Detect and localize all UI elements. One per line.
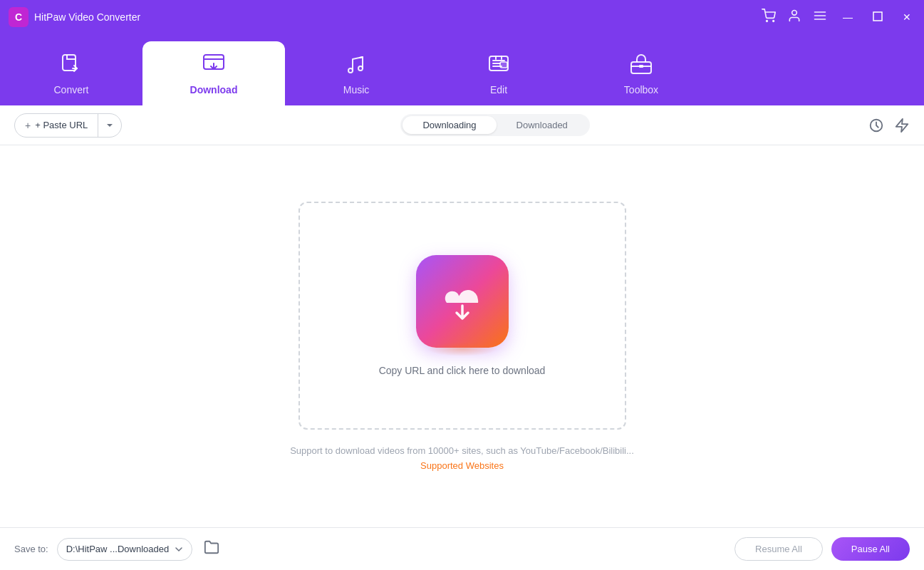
- tab-convert[interactable]: Convert: [0, 41, 142, 105]
- svg-point-11: [358, 66, 363, 71]
- app-logo: C: [9, 7, 28, 27]
- svg-point-1: [773, 21, 774, 22]
- svg-point-0: [767, 21, 768, 22]
- nav-tabs: Convert Download Music: [0, 34, 924, 105]
- download-icon-wrapper: [416, 255, 509, 348]
- menu-icon[interactable]: [813, 9, 827, 26]
- paste-url-dropdown[interactable]: [98, 114, 121, 137]
- plus-icon: +: [25, 120, 31, 131]
- edit-icon: [487, 52, 510, 80]
- cart-icon[interactable]: [762, 9, 776, 26]
- drop-zone-text: Copy URL and click here to download: [379, 365, 546, 376]
- drop-zone[interactable]: Copy URL and click here to download: [299, 202, 626, 430]
- pause-all-button[interactable]: Pause All: [831, 537, 910, 561]
- titlebar-controls: — ✕: [762, 9, 915, 26]
- tab-music[interactable]: Music: [285, 41, 427, 105]
- maximize-button[interactable]: [868, 10, 887, 25]
- tab-music-label: Music: [343, 84, 370, 95]
- support-text: Support to download videos from 10000+ s…: [290, 445, 634, 456]
- tab-download[interactable]: Download: [142, 41, 285, 105]
- paste-url-label: + Paste URL: [35, 120, 88, 130]
- svg-point-10: [348, 68, 353, 73]
- path-dropdown-icon: [175, 545, 183, 554]
- downloading-tab[interactable]: Downloading: [403, 116, 496, 134]
- download-icon: [202, 52, 225, 80]
- cloud-download-svg: [437, 280, 488, 323]
- tab-download-label: Download: [190, 84, 238, 95]
- app-title: HitPaw Video Converter: [34, 11, 140, 23]
- tab-toolbox[interactable]: Toolbox: [570, 41, 712, 105]
- save-to-label: Save to:: [14, 544, 48, 554]
- download-tab-switcher: Downloading Downloaded: [400, 114, 589, 136]
- supported-websites-link[interactable]: Supported Websites: [420, 460, 504, 471]
- save-path-text: D:\HitPaw ...Downloaded: [66, 544, 170, 554]
- titlebar: C HitPaw Video Converter —: [0, 0, 924, 34]
- tab-toolbox-label: Toolbox: [624, 84, 658, 95]
- tab-edit-label: Edit: [490, 84, 507, 95]
- convert-icon: [60, 52, 83, 80]
- svg-marker-18: [896, 118, 908, 131]
- svg-point-2: [792, 11, 797, 16]
- svg-rect-16: [639, 65, 643, 68]
- save-path-selector[interactable]: D:\HitPaw ...Downloaded: [57, 538, 193, 561]
- downloaded-tab[interactable]: Downloaded: [497, 116, 588, 134]
- speed-icon[interactable]: [894, 118, 910, 133]
- resume-all-button[interactable]: Resume All: [734, 537, 823, 561]
- minimize-button[interactable]: —: [839, 10, 857, 24]
- svg-rect-13: [500, 62, 507, 68]
- open-folder-button[interactable]: [204, 539, 219, 559]
- toolbox-icon: [630, 52, 653, 80]
- paste-url-button[interactable]: + + Paste URL: [14, 113, 122, 138]
- bottom-right-buttons: Resume All Pause All: [734, 537, 910, 561]
- svg-rect-6: [873, 12, 882, 21]
- toolbar: + + Paste URL Downloading Downloaded: [0, 105, 924, 145]
- tab-convert-label: Convert: [53, 84, 88, 95]
- toolbar-right: [868, 118, 910, 133]
- music-icon: [345, 52, 368, 80]
- titlebar-left: C HitPaw Video Converter: [9, 7, 140, 27]
- tab-edit[interactable]: Edit: [427, 41, 570, 105]
- user-icon[interactable]: [787, 9, 801, 26]
- close-button[interactable]: ✕: [898, 10, 915, 24]
- bottom-bar: Save to: D:\HitPaw ...Downloaded Resume …: [0, 527, 924, 570]
- paste-url-main[interactable]: + + Paste URL: [15, 114, 98, 137]
- schedule-icon[interactable]: [868, 118, 884, 133]
- main-content: Copy URL and click here to download Supp…: [0, 145, 924, 527]
